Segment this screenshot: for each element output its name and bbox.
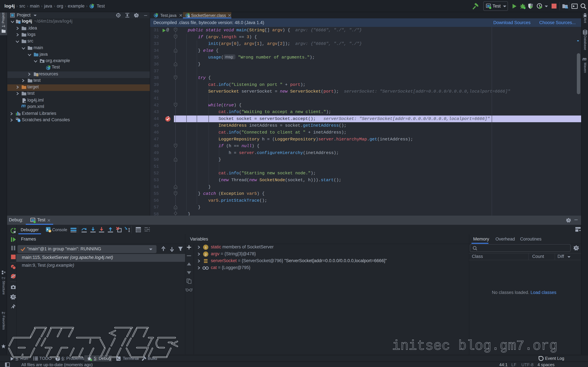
- svg-text:s: s: [205, 245, 207, 249]
- svg-text:p: p: [205, 252, 207, 256]
